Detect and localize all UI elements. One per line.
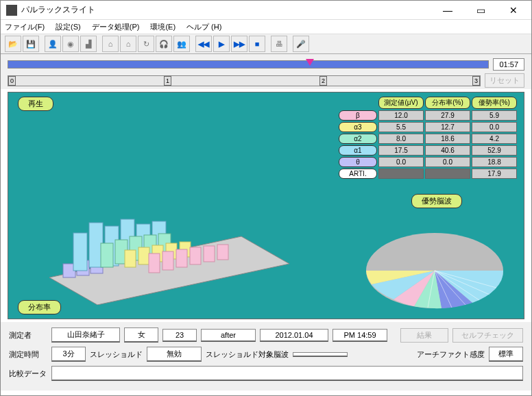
result-button[interactable]: 結果 [400,328,448,343]
measurement-table: 測定値(μV) 分布率(%) 優勢率(%) β12.027.95.9α35.51… [339,97,517,179]
cell: 52.9 [472,145,517,156]
pie-chart [359,223,510,312]
svg-rect-15 [125,250,136,267]
name-field: 山田奈緒子 [51,327,120,343]
row-a1: α1 [339,145,377,156]
play-button[interactable]: ▶ [213,36,230,52]
threshold-label: スレッショルド [90,349,143,360]
bar-chart-3d [36,168,296,305]
compare-label: 比較データ [9,369,47,379]
date-field: 2012.01.04 [260,329,328,342]
cell: 27.9 [425,110,470,121]
cell [425,169,470,179]
toolbar: 📂 💾 👤 ◉ ▟ ⌂ ⌂ ↻ 🎧 👥 ◀◀ ▶ ▶▶ ■ 🖶 🎤 [1,34,531,54]
print-icon[interactable]: 🖶 [271,36,287,52]
row-a3: α3 [339,122,377,132]
ruler-tick-2: 2 [319,76,327,86]
menu-file[interactable]: ファイル(F) [3,21,46,33]
group-icon[interactable]: 👥 [173,36,190,52]
cell [378,169,424,179]
ruler-tick-1: 1 [164,76,171,86]
svg-rect-10 [101,243,113,267]
col-dist: 分布率(%) [425,97,470,109]
selfcheck-button[interactable]: セルフチェック [452,328,523,343]
refresh-icon[interactable]: ↻ [138,36,154,52]
forward-button[interactable]: ▶▶ [231,36,247,52]
svg-rect-16 [138,247,149,264]
progress-bar[interactable] [8,60,489,69]
tool2-icon[interactable]: ⌂ [120,36,136,52]
threshold-target-field [293,352,348,357]
cell: 17.5 [378,145,424,156]
rewind-button[interactable]: ◀◀ [195,36,212,52]
sex-field: 女 [124,327,158,343]
menubar: ファイル(F) 設定(S) データ処理(P) 環境(E) ヘルプ (H) [1,20,531,34]
save-icon[interactable]: 💾 [23,36,39,52]
phase-field: after [201,329,256,342]
tool1-icon[interactable]: ⌂ [102,36,119,52]
cell: 40.6 [425,145,470,156]
cell: 5.5 [378,122,424,132]
svg-rect-22 [176,249,187,267]
row-theta: θ [339,157,377,167]
svg-rect-4 [73,233,87,271]
info-panel: 測定者 山田奈緒子 女 23 after 2012.01.04 PM 14:59… [1,322,531,391]
duration-label: 測定時間 [9,349,47,360]
artifact-field: 標準 [489,347,523,362]
svg-rect-23 [190,247,201,264]
progress-marker-icon[interactable] [306,59,314,66]
row-beta: β [339,110,377,121]
stop-button[interactable]: ■ [249,36,265,52]
time-field: PM 14:59 [332,329,387,342]
mic-icon[interactable]: 🎤 [293,36,309,52]
open-icon[interactable]: 📂 [5,36,21,52]
ruler-tick-0: 0 [8,76,16,86]
compare-field [51,366,523,381]
menu-help[interactable]: ヘルプ (H) [185,21,223,33]
headphone-icon[interactable]: 🎧 [156,36,172,52]
cell: 18.8 [472,157,517,167]
replay-label: 再生 [18,97,53,111]
cell: 12.7 [425,122,470,132]
reset-button[interactable]: リセット [485,73,524,88]
cell: 0.0 [425,157,470,167]
svg-rect-21 [162,251,173,270]
camera-icon[interactable]: ◉ [62,36,79,52]
svg-rect-25 [217,245,228,260]
cell: 18.6 [425,134,470,144]
minimize-button[interactable]: — [435,3,460,17]
cell: 0.0 [378,157,424,167]
cell: 5.9 [472,110,517,121]
age-field: 23 [162,329,197,342]
elapsed-time: 01:57 [493,58,524,71]
maximize-button[interactable]: ▭ [468,3,493,17]
artifact-label: アーチファクト感度 [417,349,485,360]
col-measure: 測定値(μV) [378,97,424,109]
titlebar: パルラックスライト — ▭ ✕ [1,1,531,20]
menu-settings[interactable]: 設定(S) [54,21,82,33]
threshold-field: 無効 [147,347,202,362]
threshold-target-label: スレッショルド対象脳波 [206,349,289,360]
main-view: 再生 分布率 優勢脳波 測定値(μV) 分布率(%) 優勢率(%) β12.02… [8,92,524,319]
cell: 17.9 [472,169,517,179]
row-arti: ARTI. [339,169,377,179]
duration-field: 3分 [51,347,86,362]
cell: 0.0 [472,122,517,132]
menu-env[interactable]: 環境(E) [149,21,177,33]
row-a2: α2 [339,134,377,144]
close-button[interactable]: ✕ [501,3,526,17]
menu-data[interactable]: データ処理(P) [90,21,141,33]
cell: 12.0 [378,110,424,121]
col-dom: 優勢率(%) [472,97,517,109]
time-ruler[interactable]: 0 1 2 3 [8,75,481,86]
dominant-wave-label: 優勢脳波 [411,194,462,208]
cell: 4.2 [472,134,517,144]
app-icon [6,5,17,16]
user-icon[interactable]: 👤 [45,36,61,52]
progress-area: 01:57 0 1 2 3 リセット [1,54,531,89]
window-title: パルラックスライト [21,4,435,16]
ruler-tick-3: 3 [472,76,480,86]
examiner-label: 測定者 [9,330,47,341]
chart-icon[interactable]: ▟ [80,36,97,52]
cell: 8.0 [378,134,424,144]
